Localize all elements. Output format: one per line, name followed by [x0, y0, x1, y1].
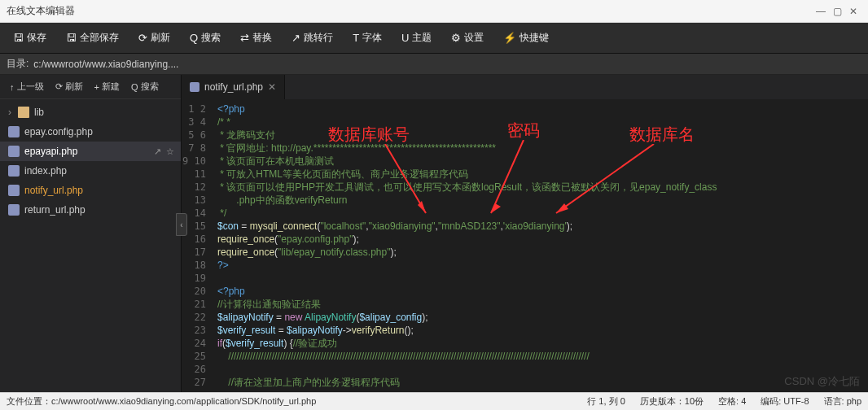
goto-icon: ↗ [292, 32, 300, 44]
status-space[interactable]: 空格: 4 [718, 395, 746, 408]
main-toolbar: 🖫保存 🖫全部保存 ⟳刷新 Q搜索 ⇄替换 ↗跳转行 T字体 U主题 ⚙设置 ⚡… [0, 23, 868, 54]
php-icon [8, 185, 20, 196]
line-gutter: 1 2 3 4 5 6 7 8 9 10 11 12 13 14 15 16 1… [182, 99, 213, 392]
shortcut-button[interactable]: ⚡快捷键 [493, 23, 559, 54]
close-icon[interactable]: ✕ [845, 6, 861, 17]
code-area[interactable]: 1 2 3 4 5 6 7 8 9 10 11 12 13 14 15 16 1… [182, 99, 868, 392]
status-bar: 文件位置：c:/wwwroot/www.xiao9dianying.com/ap… [0, 392, 868, 410]
file-sidebar: ↑上一级 ⟳刷新 +新建 Q搜索 lib epay.config.php epa… [0, 75, 182, 392]
path-label: 目录: [7, 57, 28, 71]
replace-button[interactable]: ⇄替换 [230, 23, 282, 54]
close-tab-icon[interactable]: ✕ [268, 81, 276, 93]
settings-button[interactable]: ⚙设置 [441, 23, 493, 54]
tree-folder-lib[interactable]: lib [0, 102, 181, 122]
search-icon: Q [131, 82, 138, 92]
new-button[interactable]: +新建 [90, 78, 125, 95]
saveall-button[interactable]: 🖫全部保存 [56, 23, 129, 54]
share-icon[interactable]: ↗ [154, 146, 161, 157]
up-button[interactable]: ↑上一级 [5, 78, 49, 95]
folder-icon [18, 107, 29, 118]
tree-file[interactable]: epay.config.php [0, 122, 181, 142]
refresh-icon: ⟳ [55, 81, 63, 92]
status-history[interactable]: 历史版本：10份 [640, 395, 704, 408]
status-filepath: 文件位置：c:/wwwroot/www.xiao9dianying.com/ap… [7, 395, 316, 408]
maximize-icon[interactable]: ▢ [829, 6, 845, 17]
status-rowcol[interactable]: 行 1, 列 0 [587, 395, 625, 408]
title-bar: 在线文本编辑器 — ▢ ✕ [0, 0, 868, 23]
star-icon[interactable]: ☆ [166, 146, 174, 157]
goto-button[interactable]: ↗跳转行 [282, 23, 343, 54]
file-tree: lib epay.config.php epayapi.php↗☆ index.… [0, 99, 181, 223]
php-icon [8, 146, 20, 157]
tree-file[interactable]: epayapi.php↗☆ [0, 142, 181, 161]
search-button[interactable]: Q搜索 [180, 23, 230, 54]
tree-file[interactable]: index.php [0, 161, 181, 181]
plus-icon: + [94, 82, 99, 92]
app-title: 在线文本编辑器 [7, 4, 75, 18]
php-icon [8, 204, 20, 216]
php-icon [8, 165, 20, 177]
font-icon: T [353, 32, 359, 44]
side-search-button[interactable]: Q搜索 [126, 78, 164, 95]
refresh-button[interactable]: ⟳刷新 [129, 23, 180, 54]
php-icon [8, 126, 20, 137]
font-button[interactable]: T字体 [343, 23, 392, 54]
path-bar: 目录: c:/wwwroot/www.xiao9dianying.... [0, 54, 868, 75]
path-value: c:/wwwroot/www.xiao9dianying.... [33, 59, 178, 70]
replace-icon: ⇄ [240, 32, 249, 44]
sidebar-toolbar: ↑上一级 ⟳刷新 +新建 Q搜索 [0, 75, 181, 99]
search-icon: Q [190, 32, 198, 44]
code-content[interactable]: <?php /* * * 龙腾码支付 * 官网地址: http://pay.**… [213, 99, 868, 392]
editor-tabs: notify_url.php ✕ [182, 75, 868, 99]
side-refresh-button[interactable]: ⟳刷新 [50, 78, 88, 95]
bolt-icon: ⚡ [503, 32, 516, 44]
up-icon: ↑ [10, 82, 15, 92]
saveall-icon: 🖫 [66, 32, 77, 44]
php-icon [190, 82, 199, 92]
status-lang[interactable]: 语言: php [824, 395, 861, 408]
save-icon: 🖫 [13, 32, 24, 44]
theme-button[interactable]: U主题 [392, 23, 441, 54]
tree-file[interactable]: return_url.php [0, 200, 181, 220]
minimize-icon[interactable]: — [813, 6, 829, 17]
theme-icon: U [401, 32, 409, 44]
save-button[interactable]: 🖫保存 [3, 23, 56, 54]
status-encoding[interactable]: 编码: UTF-8 [761, 395, 809, 408]
editor-pane: notify_url.php ✕ 1 2 3 4 5 6 7 8 9 10 11… [182, 75, 868, 392]
tree-file-notify[interactable]: notify_url.php [0, 181, 181, 200]
editor-tab[interactable]: notify_url.php ✕ [182, 75, 285, 99]
gear-icon: ⚙ [451, 32, 461, 44]
refresh-icon: ⟳ [138, 32, 147, 44]
collapse-sidebar-button[interactable]: ‹ [176, 213, 187, 236]
